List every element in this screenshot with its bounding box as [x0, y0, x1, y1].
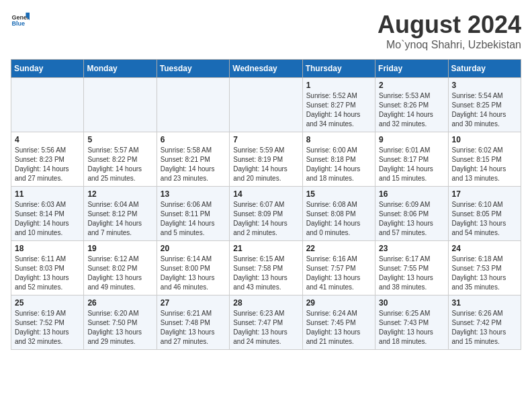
- day-number: 15: [306, 189, 371, 199]
- day-number: 26: [87, 298, 152, 308]
- day-number: 31: [452, 298, 517, 308]
- calendar-cell: 10Sunrise: 6:02 AM Sunset: 8:15 PM Dayli…: [448, 132, 521, 187]
- cell-info: Sunrise: 5:57 AM Sunset: 8:22 PM Dayligh…: [87, 146, 152, 183]
- calendar-cell: 29Sunrise: 6:24 AM Sunset: 7:45 PM Dayli…: [302, 295, 375, 350]
- calendar-cell: 6Sunrise: 5:58 AM Sunset: 8:21 PM Daylig…: [157, 132, 229, 187]
- calendar-cell: [157, 78, 229, 132]
- cell-info: Sunrise: 6:19 AM Sunset: 7:52 PM Dayligh…: [15, 309, 80, 347]
- cell-info: Sunrise: 6:00 AM Sunset: 8:18 PM Dayligh…: [306, 146, 371, 183]
- cell-info: Sunrise: 6:16 AM Sunset: 7:57 PM Dayligh…: [306, 255, 371, 292]
- col-header-thursday: Thursday: [302, 60, 375, 78]
- cell-info: Sunrise: 6:11 AM Sunset: 8:03 PM Dayligh…: [15, 255, 80, 292]
- day-number: 21: [233, 244, 298, 253]
- day-number: 5: [87, 135, 152, 144]
- calendar-cell: 23Sunrise: 6:17 AM Sunset: 7:55 PM Dayli…: [375, 241, 448, 295]
- calendar-cell: [84, 78, 157, 132]
- col-header-sunday: Sunday: [11, 60, 84, 78]
- subtitle: Mo`ynoq Shahri, Uzbekistan: [378, 39, 521, 51]
- day-number: 24: [452, 244, 517, 253]
- cell-info: Sunrise: 6:20 AM Sunset: 7:50 PM Dayligh…: [87, 309, 152, 347]
- day-number: 1: [306, 81, 371, 90]
- cell-info: Sunrise: 6:06 AM Sunset: 8:11 PM Dayligh…: [161, 200, 226, 238]
- day-number: 17: [452, 189, 517, 199]
- day-number: 20: [161, 244, 226, 253]
- calendar-cell: 2Sunrise: 5:53 AM Sunset: 8:26 PM Daylig…: [375, 78, 448, 132]
- calendar-cell: 13Sunrise: 6:06 AM Sunset: 8:11 PM Dayli…: [157, 187, 229, 241]
- logo: General Blue: [11, 11, 30, 30]
- cell-info: Sunrise: 5:58 AM Sunset: 8:21 PM Dayligh…: [161, 146, 226, 183]
- cell-info: Sunrise: 6:17 AM Sunset: 7:55 PM Dayligh…: [379, 255, 444, 292]
- day-number: 10: [452, 135, 517, 144]
- cell-info: Sunrise: 6:01 AM Sunset: 8:17 PM Dayligh…: [379, 146, 444, 183]
- calendar-cell: 19Sunrise: 6:12 AM Sunset: 8:02 PM Dayli…: [84, 241, 157, 295]
- calendar-cell: 31Sunrise: 6:26 AM Sunset: 7:42 PM Dayli…: [448, 295, 521, 350]
- cell-info: Sunrise: 6:26 AM Sunset: 7:42 PM Dayligh…: [452, 309, 517, 347]
- calendar-cell: 17Sunrise: 6:10 AM Sunset: 8:05 PM Dayli…: [448, 187, 521, 241]
- cell-info: Sunrise: 5:56 AM Sunset: 8:23 PM Dayligh…: [15, 146, 80, 183]
- calendar-cell: 11Sunrise: 6:03 AM Sunset: 8:14 PM Dayli…: [11, 187, 84, 241]
- day-number: 3: [452, 81, 517, 90]
- col-header-tuesday: Tuesday: [157, 60, 229, 78]
- calendar-cell: 7Sunrise: 5:59 AM Sunset: 8:19 PM Daylig…: [230, 132, 302, 187]
- cell-info: Sunrise: 5:59 AM Sunset: 8:19 PM Dayligh…: [233, 146, 298, 183]
- header: General Blue August 2024 Mo`ynoq Shahri,…: [11, 11, 521, 51]
- week-row-5: 25Sunrise: 6:19 AM Sunset: 7:52 PM Dayli…: [11, 295, 521, 350]
- cell-info: Sunrise: 6:24 AM Sunset: 7:45 PM Dayligh…: [306, 309, 371, 347]
- calendar-cell: 9Sunrise: 6:01 AM Sunset: 8:17 PM Daylig…: [375, 132, 448, 187]
- day-number: 29: [306, 298, 371, 308]
- day-number: 8: [306, 135, 371, 144]
- calendar-cell: 28Sunrise: 6:23 AM Sunset: 7:47 PM Dayli…: [230, 295, 302, 350]
- cell-info: Sunrise: 5:52 AM Sunset: 8:27 PM Dayligh…: [306, 91, 371, 129]
- calendar-cell: [230, 78, 302, 132]
- calendar-cell: 15Sunrise: 6:08 AM Sunset: 8:08 PM Dayli…: [302, 187, 375, 241]
- day-number: 22: [306, 244, 371, 253]
- calendar-cell: 16Sunrise: 6:09 AM Sunset: 8:06 PM Dayli…: [375, 187, 448, 241]
- calendar-cell: 25Sunrise: 6:19 AM Sunset: 7:52 PM Dayli…: [11, 295, 84, 350]
- cell-info: Sunrise: 5:53 AM Sunset: 8:26 PM Dayligh…: [379, 91, 444, 129]
- day-number: 16: [379, 189, 444, 199]
- calendar-cell: 24Sunrise: 6:18 AM Sunset: 7:53 PM Dayli…: [448, 241, 521, 295]
- cell-info: Sunrise: 6:08 AM Sunset: 8:08 PM Dayligh…: [306, 200, 371, 238]
- calendar-cell: 30Sunrise: 6:25 AM Sunset: 7:43 PM Dayli…: [375, 295, 448, 350]
- day-number: 28: [233, 298, 298, 308]
- main-title: August 2024: [378, 11, 521, 39]
- cell-info: Sunrise: 6:04 AM Sunset: 8:12 PM Dayligh…: [87, 200, 152, 238]
- svg-text:Blue: Blue: [11, 20, 25, 27]
- header-row: SundayMondayTuesdayWednesdayThursdayFrid…: [11, 60, 521, 78]
- cell-info: Sunrise: 6:09 AM Sunset: 8:06 PM Dayligh…: [379, 200, 444, 238]
- day-number: 18: [15, 244, 80, 253]
- cell-info: Sunrise: 6:12 AM Sunset: 8:02 PM Dayligh…: [87, 255, 152, 292]
- day-number: 9: [379, 135, 444, 144]
- col-header-monday: Monday: [84, 60, 157, 78]
- week-row-1: 1Sunrise: 5:52 AM Sunset: 8:27 PM Daylig…: [11, 78, 521, 132]
- calendar-cell: 14Sunrise: 6:07 AM Sunset: 8:09 PM Dayli…: [230, 187, 302, 241]
- day-number: 23: [379, 244, 444, 253]
- logo-icon: General Blue: [11, 11, 30, 30]
- calendar-cell: 12Sunrise: 6:04 AM Sunset: 8:12 PM Dayli…: [84, 187, 157, 241]
- calendar-header: SundayMondayTuesdayWednesdayThursdayFrid…: [11, 60, 521, 78]
- day-number: 4: [15, 135, 80, 144]
- week-row-3: 11Sunrise: 6:03 AM Sunset: 8:14 PM Dayli…: [11, 187, 521, 241]
- day-number: 25: [15, 298, 80, 308]
- calendar-cell: 18Sunrise: 6:11 AM Sunset: 8:03 PM Dayli…: [11, 241, 84, 295]
- col-header-wednesday: Wednesday: [230, 60, 302, 78]
- cell-info: Sunrise: 6:03 AM Sunset: 8:14 PM Dayligh…: [15, 200, 80, 238]
- col-header-saturday: Saturday: [448, 60, 521, 78]
- week-row-4: 18Sunrise: 6:11 AM Sunset: 8:03 PM Dayli…: [11, 241, 521, 295]
- calendar-cell: 27Sunrise: 6:21 AM Sunset: 7:48 PM Dayli…: [157, 295, 229, 350]
- calendar-cell: 20Sunrise: 6:14 AM Sunset: 8:00 PM Dayli…: [157, 241, 229, 295]
- day-number: 6: [161, 135, 226, 144]
- cell-info: Sunrise: 6:15 AM Sunset: 7:58 PM Dayligh…: [233, 255, 298, 292]
- day-number: 12: [87, 189, 152, 199]
- calendar-cell: 22Sunrise: 6:16 AM Sunset: 7:57 PM Dayli…: [302, 241, 375, 295]
- day-number: 13: [161, 189, 226, 199]
- day-number: 2: [379, 81, 444, 90]
- cell-info: Sunrise: 6:14 AM Sunset: 8:00 PM Dayligh…: [161, 255, 226, 292]
- calendar-cell: 26Sunrise: 6:20 AM Sunset: 7:50 PM Dayli…: [84, 295, 157, 350]
- day-number: 19: [87, 244, 152, 253]
- calendar-cell: 5Sunrise: 5:57 AM Sunset: 8:22 PM Daylig…: [84, 132, 157, 187]
- cell-info: Sunrise: 6:25 AM Sunset: 7:43 PM Dayligh…: [379, 309, 444, 347]
- calendar-cell: 8Sunrise: 6:00 AM Sunset: 8:18 PM Daylig…: [302, 132, 375, 187]
- day-number: 27: [161, 298, 226, 308]
- day-number: 30: [379, 298, 444, 308]
